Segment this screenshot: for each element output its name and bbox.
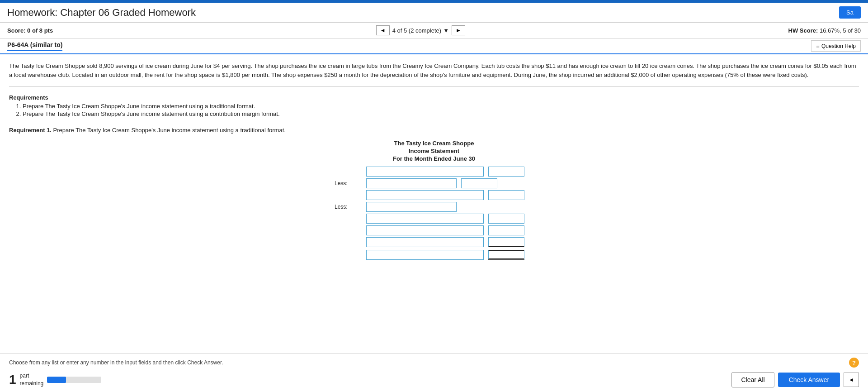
- is-input-row1-value[interactable]: [488, 167, 524, 177]
- is-input-row8-value[interactable]: [488, 250, 524, 260]
- hw-score-display: HW Score: 16.67%, 5 of 30: [788, 27, 861, 34]
- is-row-6: [366, 225, 533, 235]
- is-input-row2-value[interactable]: [461, 178, 497, 188]
- is-input-row6-label[interactable]: [366, 225, 484, 235]
- requirements-list: Prepare The Tasty Ice Cream Shoppe's Jun…: [23, 103, 859, 117]
- is-label-less2: Less:: [335, 204, 366, 210]
- question-nav: ◄ 4 of 5 (2 complete) ▼ ►: [376, 25, 465, 35]
- is-row-3: [366, 190, 533, 200]
- is-input-row4-label[interactable]: [366, 202, 457, 212]
- question-selector[interactable]: 4 of 5 (2 complete) ▼: [392, 27, 449, 34]
- list-item: Prepare The Tasty Ice Cream Shoppe's Jun…: [23, 103, 859, 110]
- requirements-section: Requirements Prepare The Tasty Ice Cream…: [9, 94, 859, 117]
- is-input-row1-label[interactable]: [366, 167, 484, 177]
- is-row-2: Less:: [335, 178, 533, 188]
- is-input-row8-label[interactable]: [366, 250, 484, 260]
- is-row-8: [366, 250, 533, 260]
- is-input-row3-label[interactable]: [366, 190, 484, 200]
- is-date: For the Month Ended June 30: [335, 155, 533, 162]
- is-row-5: [366, 214, 533, 224]
- save-button[interactable]: Sa: [839, 6, 861, 19]
- prev-question-button[interactable]: ◄: [376, 25, 390, 35]
- problem-description: The Tasty Ice Cream Shoppe sold 8,900 se…: [9, 62, 859, 87]
- is-input-row6-value[interactable]: [488, 225, 524, 235]
- header: Homework: Chapter 06 Graded Homework Sa: [0, 3, 868, 23]
- list-icon: ≡: [816, 43, 820, 49]
- requirements-title: Requirements: [9, 94, 859, 101]
- list-item: Prepare The Tasty Ice Cream Shoppe's Jun…: [23, 110, 859, 117]
- income-statement: The Tasty Ice Cream Shoppe Income Statem…: [335, 140, 533, 260]
- question-help-button[interactable]: ≡ Question Help: [811, 40, 861, 52]
- next-question-button[interactable]: ►: [452, 25, 465, 35]
- is-row-7: [366, 237, 533, 247]
- score-display: Score: 0 of 8 pts: [7, 27, 53, 34]
- tab-label[interactable]: P6-64A (similar to): [7, 41, 62, 51]
- is-input-row7-value[interactable]: [488, 237, 524, 247]
- is-row-1: [335, 167, 533, 177]
- is-input-row5-label[interactable]: [366, 214, 484, 224]
- divider: [9, 122, 859, 122]
- req1-label: Requirement 1. Prepare The Tasty Ice Cre…: [9, 127, 859, 134]
- is-label-less1: Less:: [335, 180, 366, 186]
- page-title: Homework: Chapter 06 Graded Homework: [7, 7, 196, 19]
- is-input-row2-label[interactable]: [366, 178, 457, 188]
- is-input-row7-label[interactable]: [366, 237, 484, 247]
- is-input-row5-value[interactable]: [488, 214, 524, 224]
- is-input-row3-value[interactable]: [488, 190, 524, 200]
- score-bar: Score: 0 of 8 pts ◄ 4 of 5 (2 complete) …: [0, 23, 868, 38]
- is-row-4: Less:: [335, 202, 533, 212]
- is-subtitle: Income Statement: [335, 148, 533, 154]
- is-company-name: The Tasty Ice Cream Shoppe: [335, 140, 533, 147]
- tab-bar: P6-64A (similar to) ≡ Question Help: [0, 38, 868, 54]
- content-area: The Tasty Ice Cream Shoppe sold 8,900 se…: [0, 54, 868, 269]
